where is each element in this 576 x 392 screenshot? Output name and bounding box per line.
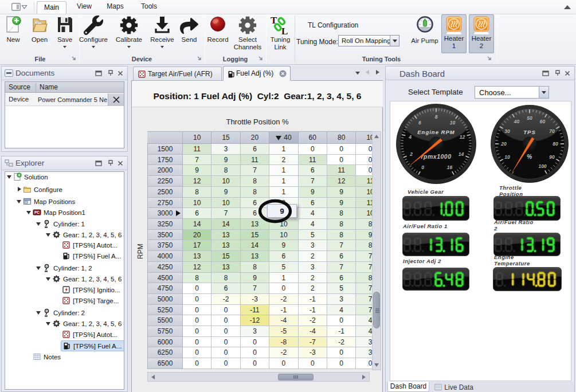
svg-text:10: 10: [450, 120, 456, 126]
svg-text:12: 12: [460, 134, 465, 140]
svg-text:70: 70: [549, 128, 555, 134]
svg-text:16: 16: [447, 164, 453, 170]
svg-text:60: 60: [540, 119, 546, 124]
svg-text:80: 80: [553, 141, 558, 147]
svg-text:40: 40: [514, 119, 520, 124]
svg-text:%: %: [527, 153, 532, 160]
svg-text:rpmx1000: rpmx1000: [421, 153, 451, 160]
svg-text:10: 10: [504, 154, 510, 160]
svg-text:Engine RPM: Engine RPM: [417, 129, 455, 135]
svg-text:6: 6: [418, 120, 421, 126]
svg-text:50: 50: [527, 115, 532, 121]
svg-text:4: 4: [408, 134, 412, 140]
svg-text:90: 90: [549, 154, 555, 160]
svg-text:14: 14: [459, 151, 464, 157]
svg-text:100: 100: [538, 163, 546, 169]
svg-text:20: 20: [500, 141, 507, 147]
svg-text:0: 0: [421, 164, 424, 170]
svg-text:TPS: TPS: [523, 129, 535, 135]
svg-text:2: 2: [409, 151, 413, 157]
svg-text:30: 30: [504, 128, 510, 134]
svg-text:8: 8: [435, 114, 438, 120]
